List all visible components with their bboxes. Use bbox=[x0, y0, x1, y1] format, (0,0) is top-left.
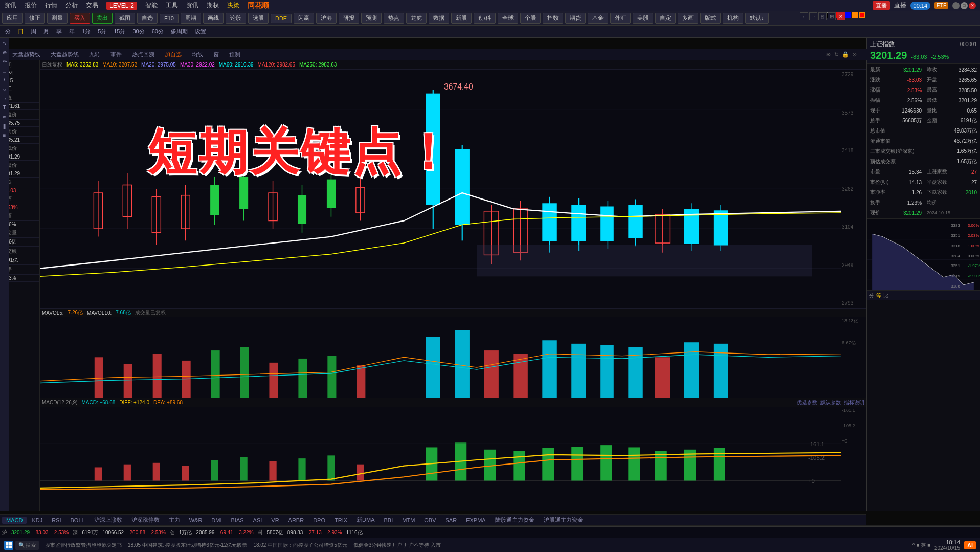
futures-button[interactable]: 期货 bbox=[565, 13, 586, 24]
menu-item-hangqing[interactable]: 行情 bbox=[45, 1, 57, 10]
period-day[interactable]: 日 bbox=[15, 27, 27, 36]
forecast-button[interactable]: 预测 bbox=[361, 13, 382, 24]
share-icon[interactable]: ⊙ bbox=[852, 51, 857, 58]
close-button[interactable]: ✕ bbox=[969, 2, 976, 9]
color-active-red[interactable] bbox=[859, 12, 865, 18]
individual-button[interactable]: 个股 bbox=[520, 13, 541, 24]
sell-button[interactable]: 卖出 bbox=[92, 13, 113, 24]
nav-dapan-trend2[interactable]: 大盘趋势线 bbox=[46, 50, 84, 59]
bias-tab[interactable]: BIAS bbox=[227, 517, 248, 524]
mini-tab-fen[interactable]: 分 bbox=[869, 292, 874, 299]
draw-gann[interactable]: ≡ bbox=[1, 131, 9, 139]
period-quarter[interactable]: 季 bbox=[53, 27, 65, 36]
dde-button[interactable]: DDE bbox=[271, 14, 292, 23]
draw-rect[interactable]: □ bbox=[1, 67, 9, 75]
period-1min[interactable]: 1分 bbox=[79, 27, 94, 36]
redo-button[interactable]: → bbox=[809, 12, 817, 20]
refresh-icon[interactable]: ↻ bbox=[834, 51, 839, 58]
menu-item-fenxi[interactable]: 分析 bbox=[65, 1, 78, 10]
kdj-tab[interactable]: KDJ bbox=[28, 517, 47, 524]
period-button[interactable]: 周期 bbox=[181, 13, 201, 24]
period-month[interactable]: 月 bbox=[40, 27, 52, 36]
indicator-help-button[interactable]: 指标说明 bbox=[844, 399, 864, 406]
arbr-tab[interactable]: ARBR bbox=[284, 517, 308, 524]
buy-button[interactable]: 买入 bbox=[70, 13, 90, 24]
windows-icon[interactable] bbox=[4, 541, 13, 550]
search-zoom-button[interactable]: ⊞ bbox=[828, 12, 836, 20]
draw-cursor[interactable]: ↖ bbox=[1, 39, 9, 47]
hotspot-button[interactable]: 热点 bbox=[384, 13, 404, 24]
lock-icon[interactable]: 🔒 bbox=[842, 51, 849, 58]
period-15min[interactable]: 15分 bbox=[110, 27, 128, 36]
discuss-button[interactable]: 论股 bbox=[226, 13, 246, 24]
live-badge[interactable]: 直播 bbox=[873, 1, 890, 10]
institution-button[interactable]: 机构 bbox=[723, 13, 743, 24]
nav-window[interactable]: 窗 bbox=[208, 50, 224, 59]
draw-circle[interactable]: ○ bbox=[1, 85, 9, 93]
draw-text[interactable]: T bbox=[1, 103, 9, 112]
dpo-tab[interactable]: DPO bbox=[309, 517, 329, 524]
color-orange[interactable] bbox=[852, 12, 858, 18]
nav-add-watchlist[interactable]: 加自选 bbox=[160, 50, 187, 59]
draw-button[interactable]: 画线 bbox=[203, 13, 224, 24]
eye-icon[interactable]: 👁 bbox=[826, 52, 831, 58]
dragon-button[interactable]: 龙虎 bbox=[406, 13, 427, 24]
index-button[interactable]: 指数 bbox=[543, 13, 563, 24]
f10-button[interactable]: F10 bbox=[160, 14, 179, 23]
period-settings[interactable]: 设置 bbox=[192, 27, 209, 36]
trix-tab[interactable]: TRIX bbox=[330, 517, 351, 524]
hug-button[interactable]: 沪港 bbox=[316, 13, 337, 24]
apply-button[interactable]: 应用 bbox=[2, 13, 23, 24]
macd-tab[interactable]: MACD bbox=[2, 517, 27, 524]
draw-pen[interactable]: ✏ bbox=[1, 57, 9, 65]
usstocks-button[interactable]: 美股 bbox=[633, 13, 653, 24]
expma-tab[interactable]: EXPMA bbox=[462, 517, 490, 524]
flash-button[interactable]: 闪赢 bbox=[294, 13, 314, 24]
period-fen[interactable]: 分 bbox=[2, 27, 14, 36]
global-button[interactable]: 全球 bbox=[498, 13, 518, 24]
draw-line[interactable]: / bbox=[1, 76, 9, 84]
wr-tab[interactable]: W&R bbox=[185, 517, 207, 524]
sar-tab[interactable]: SAR bbox=[441, 517, 461, 524]
period-5min[interactable]: 5分 bbox=[95, 27, 109, 36]
mtm-tab[interactable]: MTM bbox=[398, 517, 419, 524]
period-week[interactable]: 周 bbox=[28, 27, 39, 36]
newdma-tab[interactable]: 新DMA bbox=[352, 516, 378, 524]
menu-item-zhineng[interactable]: 智能 bbox=[145, 1, 158, 10]
layout-button[interactable]: 版式 bbox=[700, 13, 721, 24]
menu-item-gongju[interactable]: 工具 bbox=[166, 1, 178, 10]
period-60min[interactable]: 60分 bbox=[149, 27, 167, 36]
shtd-tab[interactable]: 沪深涨停数 bbox=[127, 516, 164, 524]
nav-forecast[interactable]: 预测 bbox=[224, 50, 246, 59]
search-box[interactable]: 🔍 搜索 bbox=[15, 541, 39, 550]
menu-item-baojia[interactable]: 报价 bbox=[25, 1, 37, 10]
zhuli-tab[interactable]: 主力 bbox=[165, 516, 184, 524]
period-year[interactable]: 年 bbox=[66, 27, 78, 36]
nav-dapan-trend[interactable]: 大盘趋势线 bbox=[7, 50, 46, 59]
etf-badge[interactable]: ETF bbox=[934, 2, 948, 9]
vr-tab[interactable]: VR bbox=[267, 517, 283, 524]
shzs-tab[interactable]: 沪深上涨数 bbox=[90, 516, 126, 524]
more-icon[interactable]: ⋯ bbox=[860, 51, 865, 58]
nav-jiuzhuan[interactable]: 九转 bbox=[84, 50, 105, 59]
menu-item-zixun2[interactable]: 资讯 bbox=[186, 1, 198, 10]
bbi-tab[interactable]: BBI bbox=[380, 517, 397, 524]
copy-button[interactable]: ⎘ bbox=[818, 12, 827, 20]
draw-arrow[interactable]: → bbox=[1, 94, 9, 102]
obv-tab[interactable]: OBV bbox=[420, 517, 440, 524]
watchlist-button[interactable]: 自选 bbox=[137, 13, 158, 24]
mini-tab-bi[interactable]: 比 bbox=[883, 292, 888, 299]
nav-hotspot[interactable]: 热点回溯 bbox=[127, 50, 160, 59]
mini-tab-deng[interactable]: 等 bbox=[876, 292, 881, 299]
hsg-tab[interactable]: 沪股通主力资金 bbox=[540, 516, 587, 524]
draw-fib[interactable]: ||| bbox=[1, 122, 9, 130]
menu-item-level2[interactable]: LEVEL-2 bbox=[106, 2, 137, 10]
dmi-tab[interactable]: DMI bbox=[207, 517, 226, 524]
custom-button[interactable]: 自定 bbox=[655, 13, 676, 24]
nav-ma[interactable]: 均线 bbox=[187, 50, 208, 59]
period-multi[interactable]: 多周期 bbox=[168, 27, 191, 36]
menu-item-zixun[interactable]: 资讯 bbox=[4, 1, 16, 10]
nav-event[interactable]: 事件 bbox=[105, 50, 127, 59]
asi-tab[interactable]: ASI bbox=[249, 517, 266, 524]
measure-button[interactable]: 测量 bbox=[47, 13, 68, 24]
